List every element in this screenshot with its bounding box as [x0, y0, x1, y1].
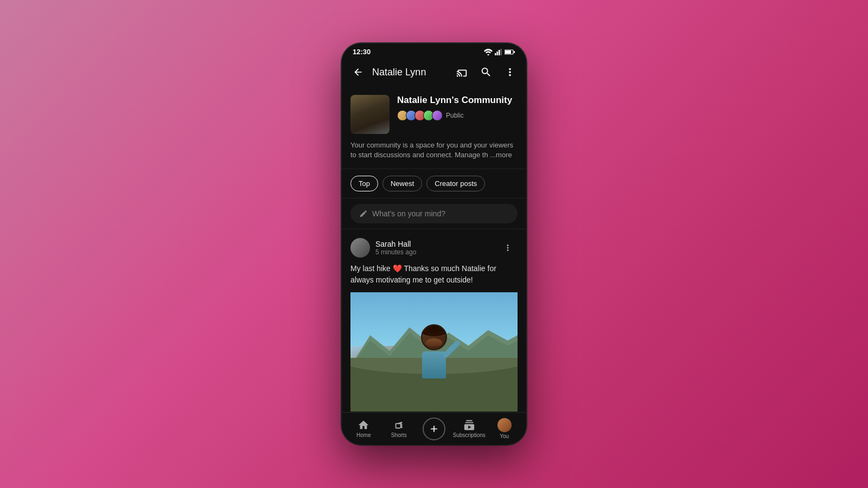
- nav-you[interactable]: You: [487, 415, 522, 442]
- shorts-icon: [393, 419, 405, 431]
- search-button[interactable]: [476, 62, 496, 82]
- post-input-row: What's on your mind?: [342, 198, 526, 229]
- subscriptions-icon: [463, 419, 475, 431]
- signal-icon: [495, 49, 502, 55]
- home-icon: [358, 419, 369, 431]
- edit-icon: [359, 209, 368, 218]
- post-time: 5 minutes ago: [375, 248, 493, 256]
- nav-home-label: Home: [356, 432, 371, 438]
- nav-add[interactable]: [417, 414, 452, 444]
- cast-button[interactable]: [452, 62, 472, 82]
- battery-icon: [505, 49, 515, 55]
- tab-creator-posts[interactable]: Creator posts: [426, 176, 485, 191]
- community-info: Natalie Lynn's Community Public: [350, 95, 518, 134]
- post-text: My last hike ❤️ Thanks so much Natalie f…: [350, 263, 518, 286]
- post-image: [350, 292, 518, 412]
- post-avatar: [350, 238, 370, 258]
- post-header: Sarah Hall 5 minutes ago: [350, 238, 518, 258]
- visibility-label: Public: [446, 112, 464, 119]
- add-button[interactable]: [423, 418, 445, 440]
- post-card: Sarah Hall 5 minutes ago My last hike ❤️…: [342, 229, 526, 412]
- phone-frame: 12:30: [342, 43, 526, 445]
- nav-home[interactable]: Home: [346, 416, 381, 441]
- svg-rect-3: [499, 50, 500, 55]
- filter-tabs: Top Newest Creator posts: [342, 169, 526, 198]
- nav-subscriptions[interactable]: Subscriptions: [451, 416, 487, 441]
- svg-rect-6: [505, 50, 511, 54]
- member-avatars: [397, 110, 441, 121]
- post-input-box[interactable]: What's on your mind?: [350, 204, 518, 223]
- post-author-name: Sarah Hall: [375, 240, 493, 248]
- community-meta: Natalie Lynn's Community Public: [397, 95, 518, 121]
- add-icon: [429, 423, 439, 434]
- community-name: Natalie Lynn's Community: [397, 95, 518, 106]
- back-button[interactable]: [348, 62, 368, 82]
- more-link[interactable]: ...more: [490, 151, 512, 159]
- you-avatar: [497, 418, 512, 432]
- post-author-info: Sarah Hall 5 minutes ago: [375, 240, 493, 256]
- nav-shorts-label: Shorts: [391, 432, 407, 438]
- nav-shorts[interactable]: Shorts: [381, 416, 417, 441]
- person: [421, 324, 447, 378]
- person-body: [422, 351, 446, 378]
- post-placeholder: What's on your mind?: [372, 209, 445, 218]
- app-bar-title: Natalie Lynn: [372, 67, 448, 78]
- more-button[interactable]: [500, 62, 520, 82]
- person-head: [421, 324, 447, 350]
- svg-point-0: [488, 54, 489, 55]
- svg-rect-7: [514, 51, 515, 53]
- svg-rect-1: [495, 53, 496, 55]
- content-area: Natalie Lynn's Community Public Yo: [342, 86, 526, 412]
- bottom-nav: Home Shorts Subscriptions You: [342, 412, 526, 445]
- status-icons: [484, 49, 515, 55]
- post-more-button[interactable]: [498, 238, 518, 258]
- status-bar: 12:30: [342, 43, 526, 58]
- app-bar: Natalie Lynn: [342, 58, 526, 86]
- community-members: Public: [397, 110, 518, 121]
- member-avatar-5: [432, 110, 443, 121]
- hike-scene: [350, 292, 518, 412]
- status-time: 12:30: [353, 48, 371, 56]
- svg-rect-2: [497, 52, 499, 55]
- face: [426, 338, 442, 346]
- community-header: Natalie Lynn's Community Public Yo: [342, 86, 526, 169]
- nav-you-label: You: [500, 433, 509, 439]
- tab-newest[interactable]: Newest: [382, 176, 422, 191]
- nav-subscriptions-label: Subscriptions: [453, 432, 486, 438]
- community-avatar: [350, 95, 390, 134]
- curly-hair: [421, 324, 447, 336]
- tab-top[interactable]: Top: [350, 176, 378, 191]
- community-description: Your community is a space for you and yo…: [350, 140, 518, 160]
- wifi-icon: [484, 49, 493, 55]
- svg-rect-4: [501, 49, 502, 55]
